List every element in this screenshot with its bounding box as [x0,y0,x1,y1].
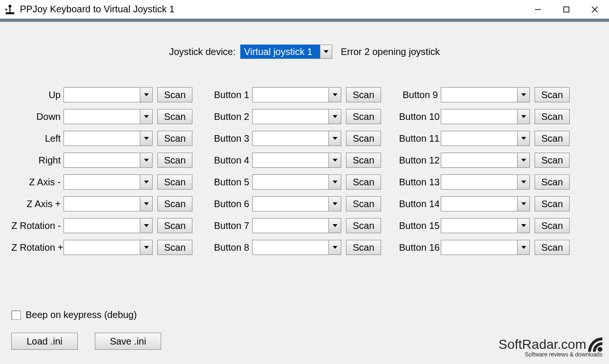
scan-button-button-7[interactable]: Scan [346,218,381,233]
mapping-select-button-14[interactable] [441,196,530,211]
scan-button-z-rotation[interactable]: Scan [157,240,192,255]
scan-button-z-axis[interactable]: Scan [157,196,192,211]
scan-button-left[interactable]: Scan [157,131,192,146]
chevron-down-icon[interactable] [328,218,341,233]
mapping-select-button-13[interactable] [441,174,530,190]
mapping-select-button-7[interactable] [252,218,341,233]
scan-button-z-axis[interactable]: Scan [157,174,192,190]
beep-checkbox[interactable] [11,310,21,320]
chevron-down-icon[interactable] [328,175,341,189]
mapping-label: Button 14 [399,199,441,209]
minimize-button[interactable] [524,0,552,18]
mapping-select-button-10[interactable] [441,109,530,124]
mapping-select-button-16[interactable] [441,240,530,255]
mapping-row-button-13: Button 13Scan [399,174,570,190]
mapping-select-button-15[interactable] [441,218,530,233]
chevron-down-icon[interactable] [140,240,152,255]
chevron-down-icon[interactable] [140,153,152,167]
chevron-down-icon[interactable] [517,240,529,255]
scan-button-button-1[interactable]: Scan [346,87,381,102]
mapping-select-button-12[interactable] [441,153,530,168]
mapping-select-z-rotation[interactable] [64,218,153,233]
scan-button-right[interactable]: Scan [157,153,192,168]
scan-button-button-12[interactable]: Scan [535,153,570,168]
mapping-column-axes: UpScanDownScanLeftScanRightScanZ Axis -S… [11,87,192,255]
chevron-down-icon[interactable] [517,175,529,189]
close-button[interactable] [581,0,609,18]
chevron-down-icon[interactable] [328,88,341,102]
scan-button-button-10[interactable]: Scan [535,109,570,124]
scan-button-button-15[interactable]: Scan [535,218,570,233]
mapping-select-button-9[interactable] [441,87,530,102]
mapping-select-button-1[interactable] [252,87,341,102]
chevron-down-icon[interactable] [517,218,529,233]
mapping-select-button-8[interactable] [252,240,341,255]
mapping-row-button-4: Button 4Scan [210,153,381,168]
load-ini-button[interactable]: Load .ini [11,333,78,350]
mapping-select-value [64,197,140,211]
chevron-down-icon[interactable] [320,45,332,59]
scan-button-button-4[interactable]: Scan [346,153,381,168]
mapping-label: Z Axis - [11,177,64,188]
mapping-select-button-2[interactable] [252,109,341,124]
chevron-down-icon[interactable] [328,131,341,146]
mapping-select-button-4[interactable] [252,153,341,168]
mapping-select-button-3[interactable] [252,131,341,146]
device-row: Joystick device: Virtual joystick 1 Erro… [0,45,609,59]
mapping-label: Z Rotation + [11,242,64,253]
mapping-label: Button 11 [399,133,441,144]
beep-checkbox-row[interactable]: Beep on keypress (debug) [11,309,161,320]
scan-button-button-8[interactable]: Scan [346,240,381,255]
mapping-select-z-axis[interactable] [64,196,153,211]
maximize-button[interactable] [552,0,581,18]
svg-rect-4 [564,7,569,12]
mapping-select-left[interactable] [64,131,153,146]
chevron-down-icon[interactable] [328,153,341,167]
chevron-down-icon[interactable] [140,109,152,124]
chevron-down-icon[interactable] [140,88,152,102]
chevron-down-icon[interactable] [517,197,529,211]
mapping-select-value [253,153,328,167]
scan-button-button-16[interactable]: Scan [535,240,570,255]
scan-button-down[interactable]: Scan [157,109,192,124]
mapping-select-z-rotation[interactable] [64,240,153,255]
mapping-select-z-axis[interactable] [64,174,153,190]
scan-button-up[interactable]: Scan [157,87,192,102]
chevron-down-icon[interactable] [517,131,529,146]
mapping-label: Right [11,155,64,166]
mapping-select-up[interactable] [64,87,153,102]
mapping-select-value [64,218,140,233]
device-select[interactable]: Virtual joystick 1 [240,45,332,59]
chevron-down-icon[interactable] [517,153,529,167]
chevron-down-icon[interactable] [328,240,341,255]
scan-button-button-14[interactable]: Scan [535,196,570,211]
chevron-down-icon[interactable] [140,197,152,211]
chevron-down-icon[interactable] [328,109,341,124]
chevron-down-icon[interactable] [140,131,152,146]
mapping-select-right[interactable] [64,153,153,168]
chevron-down-icon[interactable] [517,88,529,102]
mapping-row-button-1: Button 1Scan [210,87,381,102]
chevron-down-icon[interactable] [140,218,152,233]
mapping-select-down[interactable] [64,109,153,124]
scan-button-button-3[interactable]: Scan [346,131,381,146]
scan-button-button-13[interactable]: Scan [535,174,570,190]
mapping-select-button-6[interactable] [252,196,341,211]
mapping-select-button-11[interactable] [441,131,530,146]
scan-button-button-11[interactable]: Scan [535,131,570,146]
chevron-down-icon[interactable] [517,109,529,124]
scan-button-button-9[interactable]: Scan [535,87,570,102]
chevron-down-icon[interactable] [140,175,152,189]
mapping-label: Button 3 [210,133,252,144]
mapping-select-button-5[interactable] [252,174,341,190]
mapping-label: Button 16 [399,242,441,253]
scan-button-button-2[interactable]: Scan [346,109,381,124]
watermark-text: SoftRadar.com [499,338,586,351]
scan-button-button-6[interactable]: Scan [346,196,381,211]
scan-button-button-5[interactable]: Scan [346,174,381,190]
watermark-subtext: Software reviews & downloads [499,352,602,357]
mapping-row-down: DownScan [11,109,192,124]
chevron-down-icon[interactable] [328,197,341,211]
save-ini-button[interactable]: Save .ini [95,333,161,350]
scan-button-z-rotation[interactable]: Scan [157,218,192,233]
